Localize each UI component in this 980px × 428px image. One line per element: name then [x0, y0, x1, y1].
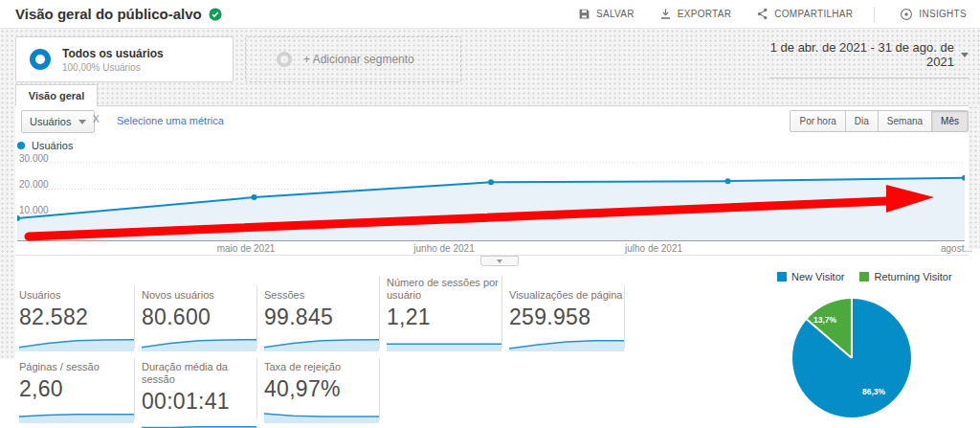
sparkline	[387, 334, 501, 351]
x-axis-tick: agost...	[941, 243, 972, 254]
pie-chart-legend: New Visitor Returning Visitor	[777, 271, 952, 282]
header-actions: SALVAR EXPORTAR COMPARTILHAR INSIGHTS	[553, 7, 967, 22]
granularity-day-button[interactable]: Dia	[845, 110, 879, 132]
pie-slice-label: 86,3%	[855, 387, 893, 396]
x-axis-tick: maio de 2021	[217, 243, 276, 254]
pie-slice-label: 13,7%	[806, 315, 844, 325]
divider	[501, 276, 502, 349]
segment-ring-icon	[277, 52, 292, 67]
divider	[256, 285, 257, 349]
legend-item-new-visitor: New Visitor	[777, 271, 844, 282]
users-line-chart	[17, 158, 965, 241]
scorecard-new-users: Novos usuários 80.600	[142, 289, 262, 355]
chevron-down-icon	[961, 53, 969, 57]
segment-all-users[interactable]: Todos os usuários 100,00% Usuários	[15, 36, 234, 82]
scorecard-bounce-rate: Taxa de rejeição 40,97%	[264, 361, 385, 427]
divider	[134, 358, 135, 419]
save-button[interactable]: SALVAR	[578, 8, 635, 20]
chevron-down-icon	[78, 120, 86, 124]
sparkline	[264, 406, 379, 423]
background-texture	[969, 105, 980, 249]
select-metric-link[interactable]: Selecione uma métrica	[117, 115, 224, 126]
audience-overview-page: Visão geral do público-alvo SALVAR EXPOR…	[0, 0, 980, 428]
granularity-month-button[interactable]: Mês	[931, 110, 969, 132]
series-name: Usuários	[32, 140, 73, 151]
verified-check-icon	[209, 8, 222, 21]
date-range-selector[interactable]: 1 de abr. de 2021 - 31 de ago. de 2021	[769, 40, 969, 79]
share-icon	[756, 8, 768, 20]
legend-swatch-icon	[777, 272, 787, 282]
sparkline	[142, 418, 256, 428]
line-chart-legend: Usuários	[17, 140, 73, 151]
date-range-text: 1 de abr. de 2021 - 31 de ago. de 2021	[769, 40, 954, 69]
background-texture	[0, 105, 15, 359]
y-axis-tick: 30.000	[19, 153, 49, 164]
divider	[379, 276, 380, 349]
legend-swatch-icon	[859, 272, 869, 282]
granularity-toggle: Por hora Dia Semana Mês	[790, 110, 969, 132]
granularity-hour-button[interactable]: Por hora	[790, 110, 845, 132]
page-title: Visão geral do público-alvo	[15, 6, 202, 22]
series-dot-icon	[17, 142, 25, 149]
tab-overview[interactable]: Visão geral	[15, 84, 98, 106]
pie-slice-divider	[806, 319, 852, 359]
scorecard-avg-session-duration: Duração média da sessão 00:01:41	[142, 361, 262, 428]
report-header: Visão geral do público-alvo SALVAR EXPOR…	[0, 0, 980, 29]
divider	[624, 285, 625, 349]
vs-label: X	[93, 114, 100, 124]
divider	[379, 358, 380, 419]
segment-ring-icon	[30, 49, 51, 70]
export-button[interactable]: EXPORTAR	[659, 8, 732, 20]
save-icon	[578, 8, 590, 20]
scorecard-pageviews: Visualizações de página 259.958	[509, 289, 630, 355]
x-axis-tick: julho de 2021	[625, 243, 682, 254]
chart-collapse-button[interactable]	[480, 256, 519, 266]
legend-item-returning-visitor: Returning Visitor	[859, 271, 951, 282]
y-axis-tick: 20.000	[19, 179, 49, 190]
divider	[256, 358, 257, 419]
y-axis-tick: 10.000	[19, 205, 49, 215]
x-axis-tick: junho de 2021	[413, 243, 474, 254]
segment-title: Todos os usuários	[62, 47, 164, 60]
scorecard-sessions-per-user: Número de sessões por usuário 1,21	[387, 277, 507, 355]
sparkline	[19, 334, 134, 351]
metric-selector-dropdown[interactable]: Usuários	[21, 110, 95, 133]
sparkline	[142, 334, 256, 351]
insights-button[interactable]: INSIGHTS	[900, 8, 967, 21]
share-button[interactable]: COMPARTILHAR	[756, 8, 853, 20]
sparkline	[264, 334, 379, 351]
scorecard-sessions: Sessões 99.845	[264, 289, 385, 355]
segment-subtitle: 100,00% Usuários	[62, 62, 164, 73]
insights-icon	[900, 8, 913, 21]
sparkline	[19, 406, 134, 423]
divider	[134, 285, 135, 349]
divider	[874, 7, 875, 22]
granularity-week-button[interactable]: Semana	[878, 110, 932, 132]
export-icon	[659, 8, 672, 20]
sparkline	[509, 334, 624, 351]
scorecard-pages-per-session: Páginas / sessão 2,60	[19, 361, 140, 427]
add-segment-label: + Adicionar segmento	[303, 53, 414, 66]
pie-slice-divider	[851, 299, 853, 358]
chevron-down-icon	[497, 259, 502, 263]
add-segment-button[interactable]: + Adicionar segmento	[245, 36, 461, 82]
scorecard-users: Usuários 82.582	[19, 289, 140, 355]
